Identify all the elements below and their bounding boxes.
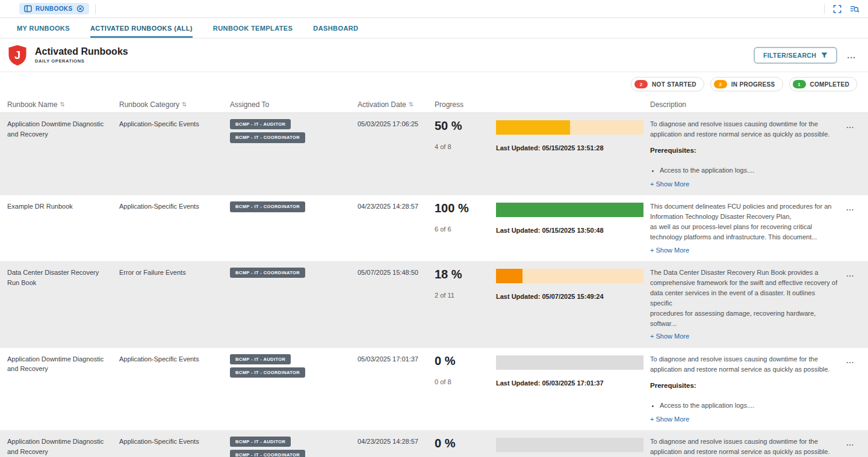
nav-tabs: MY RUNBOOKSACTIVATED RUNBOOKS (ALL)RUNBO… <box>0 18 868 38</box>
legend-in-progress[interactable]: 2IN PROGRESS <box>710 77 783 91</box>
activation-date: 05/07/2025 15:48:50 <box>358 268 435 278</box>
description-text: This document delineates FCU policies an… <box>650 201 838 242</box>
progress-percent: 0 % <box>435 354 488 367</box>
progress-bar-cell: Last Updated: 05/15/2025 13:50:48 <box>496 201 650 236</box>
last-updated: Last Updated: 05/15/2025 13:51:28 <box>496 143 642 153</box>
description-line: To diagnose and resolve issues causing d… <box>650 437 838 457</box>
assigned-to-tags: BCMP - IT - COORDINATOR <box>230 268 358 278</box>
column-label: Activation Date <box>358 100 406 109</box>
progress-bar-track <box>496 438 643 452</box>
assigned-tag: BCMP - IT - COORDINATOR <box>230 201 305 212</box>
runbook-category: Application-Specific Events <box>119 201 230 212</box>
prerequisites-list: Access to the application logs.... <box>660 400 838 411</box>
description-text: The Data Center Disaster Recovery Run Bo… <box>650 268 838 329</box>
row-menu-button[interactable]: ... <box>846 268 868 278</box>
divider <box>824 4 825 14</box>
preview-search-icon[interactable] <box>850 5 860 13</box>
progress-percent-cell: 18 % 2 of 11 <box>435 268 496 301</box>
runbook-name: Application Downtime Diagnostic and Reco… <box>7 354 119 374</box>
workspace-tab-runbooks[interactable]: RUNBOOKS <box>19 3 89 14</box>
description-line: as well as our process-level plans for r… <box>650 222 838 232</box>
prerequisite-item: Access to the application logs.... <box>660 400 838 411</box>
table-row[interactable]: Application Downtime Diagnostic and Reco… <box>0 431 868 457</box>
progress-steps: 6 of 6 <box>435 224 488 235</box>
progress-steps: 4 of 8 <box>435 142 488 152</box>
filter-funnel-icon <box>821 52 828 58</box>
legend-completed[interactable]: 1COMPLETED <box>789 77 857 91</box>
divider <box>95 4 96 14</box>
assigned-tag: BCMP - IT - COORDINATOR <box>230 450 305 457</box>
sort-icon[interactable]: ⇅ <box>409 101 414 108</box>
show-more-link[interactable]: + Show More <box>650 331 689 342</box>
brand-shield-icon: J <box>8 45 26 66</box>
assigned-to-tags: BCMP - IT - COORDINATOR <box>230 201 358 212</box>
column-header-progress: Progress <box>435 100 496 109</box>
assigned-tag: BCMP - IT - COORDINATOR <box>230 268 305 278</box>
progress-percent-cell: 0 % 0 of 8 <box>435 354 496 387</box>
tab-dashboard[interactable]: DASHBOARD <box>313 18 358 38</box>
runbook-category: Application-Specific Events <box>119 354 230 364</box>
expand-icon[interactable] <box>833 5 842 13</box>
table-header: Runbook Name⇅Runbook Category⇅Assigned T… <box>0 96 868 113</box>
legend-not-started[interactable]: 2NOT STARTED <box>631 77 704 91</box>
filter-search-button[interactable]: FILTER/SEARCH <box>754 47 837 64</box>
sort-icon[interactable]: ⇅ <box>182 101 187 108</box>
legend-count-badge: 2 <box>714 80 727 88</box>
show-more-link[interactable]: + Show More <box>650 414 689 425</box>
workspace-tab-label: RUNBOOKS <box>36 5 73 12</box>
table-row[interactable]: Application Downtime Diagnostic and Reco… <box>0 113 868 195</box>
top-bar: RUNBOOKS <box>0 0 868 18</box>
runbook-name: Application Downtime Diagnostic and Reco… <box>7 119 119 139</box>
progress-bar-fill <box>496 203 643 217</box>
description-line: data center services in the event of a d… <box>650 288 838 308</box>
table-row[interactable]: Data Center Disaster Recovery Run Book E… <box>0 262 868 348</box>
assigned-tag: BCMP - IT - AUDITOR <box>230 119 291 129</box>
description-line: To diagnose and resolve issues causing d… <box>650 119 838 140</box>
runbook-category: Application-Specific Events <box>119 119 230 129</box>
row-menu-button[interactable]: ... <box>846 119 868 130</box>
header-more-menu-button[interactable]: ... <box>847 51 856 60</box>
column-header-activation-date[interactable]: Activation Date⇅ <box>358 100 435 109</box>
tab-runbook-templates[interactable]: RUNBOOK TEMPLATES <box>213 18 293 38</box>
progress-bar-track <box>496 269 643 283</box>
progress-bar-fill <box>496 120 570 135</box>
progress-bar-track <box>496 203 643 217</box>
tab-my-runbooks[interactable]: MY RUNBOOKS <box>17 18 70 38</box>
description-text: To diagnose and resolve issues causing d… <box>650 354 838 375</box>
progress-steps: 0 of 8 <box>435 377 488 387</box>
progress-bar-cell: Last Updated: 05/15/2025 13:51:28 <box>496 119 650 153</box>
description-cell: The Data Center Disaster Recovery Run Bo… <box>650 268 846 342</box>
show-more-link[interactable]: + Show More <box>650 179 689 189</box>
close-circle-icon[interactable] <box>76 5 84 13</box>
description-line: This document delineates FCU policies an… <box>650 201 838 212</box>
show-more-link[interactable]: + Show More <box>650 245 689 256</box>
column-label: Runbook Category <box>119 100 179 109</box>
table-row[interactable]: Application Downtime Diagnostic and Reco… <box>0 348 868 431</box>
description-line: The Data Center Disaster Recovery Run Bo… <box>650 268 838 278</box>
row-menu-button[interactable]: ... <box>846 437 868 447</box>
column-header-runbook-name[interactable]: Runbook Name⇅ <box>7 100 119 109</box>
legend-label: NOT STARTED <box>652 81 696 88</box>
row-menu-button[interactable]: ... <box>846 201 868 212</box>
sort-icon[interactable]: ⇅ <box>60 101 64 108</box>
description-line: To diagnose and resolve issues causing d… <box>650 354 838 375</box>
legend-count-badge: 2 <box>634 80 648 88</box>
last-updated: Last Updated: 05/03/2025 17:01:37 <box>496 378 642 388</box>
description-cell: This document delineates FCU policies an… <box>650 201 846 255</box>
description-cell: To diagnose and resolve issues causing d… <box>650 354 846 424</box>
table-row[interactable]: Example DR Runbook Application-Specific … <box>0 195 868 262</box>
column-label: Assigned To <box>230 100 269 109</box>
assigned-to-tags: BCMP - IT - AUDITORBCMP - IT - COORDINAT… <box>230 119 358 143</box>
column-label: Progress <box>435 100 463 109</box>
row-menu-button[interactable]: ... <box>846 354 868 365</box>
runbook-table: Application Downtime Diagnostic and Reco… <box>0 113 868 457</box>
tab-activated-runbooks-all-[interactable]: ACTIVATED RUNBOOKS (ALL) <box>90 18 193 38</box>
progress-percent: 0 % <box>435 437 488 450</box>
progress-bar-fill <box>496 269 522 283</box>
assigned-to-tags: BCMP - IT - AUDITORBCMP - IT - COORDINAT… <box>230 437 358 457</box>
column-header-runbook-category[interactable]: Runbook Category⇅ <box>119 100 230 109</box>
progress-percent: 50 % <box>435 119 488 132</box>
progress-bar-cell: Last Updated: 05/07/2025 15:49:24 <box>496 268 650 302</box>
status-legend: 2NOT STARTED2IN PROGRESS1COMPLETED <box>0 72 868 96</box>
activation-date: 04/23/2025 14:28:57 <box>358 437 435 447</box>
